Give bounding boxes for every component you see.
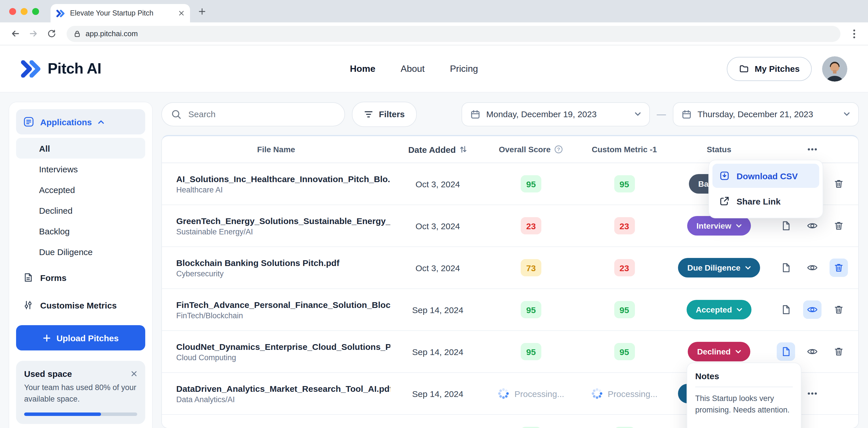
file-name: AI_Solutions_Inc_Healthcare_Innovation_P… bbox=[176, 174, 391, 183]
avatar[interactable] bbox=[822, 56, 847, 81]
calendar-icon bbox=[681, 109, 692, 119]
upload-pitches-button[interactable]: Upload Pitches bbox=[16, 325, 145, 350]
table-header: File Name Date Added Overall Score ? Cus… bbox=[162, 136, 858, 163]
menu-item-label: Download CSV bbox=[737, 171, 798, 181]
browser-tab[interactable]: Elevate Your Startup Pitch bbox=[51, 4, 190, 22]
column-date-added[interactable]: Date Added bbox=[391, 144, 485, 154]
new-tab-button[interactable] bbox=[198, 7, 206, 15]
date-added: Sep 14, 2024 bbox=[391, 389, 485, 398]
applications-filter-list: All Interviews Accepted Declined Backlog… bbox=[16, 138, 145, 262]
sidebar-item-interviews[interactable]: Interviews bbox=[16, 159, 145, 179]
row-more-icon[interactable] bbox=[806, 387, 818, 400]
used-space-progressbar bbox=[24, 412, 137, 416]
file-category: Cybersecurity bbox=[176, 269, 391, 278]
browser-toolbar: app.pitchai.com bbox=[0, 22, 868, 46]
status-badge[interactable]: Accepted bbox=[687, 300, 751, 319]
chevron-down-icon bbox=[745, 266, 751, 270]
folder-icon bbox=[739, 63, 749, 74]
sidebar-item-due-diligence[interactable]: Due Diligence bbox=[16, 241, 145, 262]
status-badge[interactable]: Due Diligence bbox=[678, 258, 760, 278]
trash-icon[interactable] bbox=[830, 342, 848, 361]
applications-label: Applications bbox=[40, 117, 92, 127]
minimize-window-button[interactable] bbox=[21, 8, 28, 15]
file-icon[interactable] bbox=[777, 342, 795, 361]
used-space-title: Used space bbox=[24, 369, 72, 379]
eye-icon[interactable] bbox=[803, 217, 822, 235]
trash-icon[interactable] bbox=[830, 217, 848, 235]
file-category: FinTech/Blockchain bbox=[176, 311, 391, 320]
custom-metric-badge: 95 bbox=[614, 427, 634, 428]
back-icon[interactable] bbox=[7, 26, 23, 41]
date-added: Oct 3, 2024 bbox=[391, 263, 485, 273]
file-name: CloudNet_Dynamics_Enterprise_Cloud_Solut… bbox=[176, 342, 391, 351]
date-to-picker[interactable]: Thursday, December 21, 2023 bbox=[673, 102, 859, 126]
menu-item-download-csv[interactable]: Download CSV bbox=[712, 164, 819, 188]
eye-icon[interactable] bbox=[803, 342, 822, 361]
date-from-value: Monday, December 19, 2023 bbox=[486, 109, 597, 119]
eye-icon[interactable] bbox=[803, 259, 822, 277]
applications-icon bbox=[23, 116, 34, 127]
close-window-button[interactable] bbox=[9, 8, 16, 15]
share-icon bbox=[719, 196, 730, 206]
search-box[interactable] bbox=[161, 102, 345, 126]
sidebar-item-all[interactable]: All bbox=[16, 138, 145, 159]
kebab-menu-icon[interactable] bbox=[847, 29, 861, 38]
date-added: Sep 14, 2024 bbox=[391, 347, 485, 356]
sidebar-item-customise-metrics[interactable]: Customise Metrics bbox=[16, 293, 145, 317]
used-space-card: Used space Your team has used 80% of you… bbox=[16, 361, 145, 424]
overall-score-badge: 95 bbox=[521, 175, 541, 193]
forms-label: Forms bbox=[40, 273, 67, 282]
url-text: app.pitchai.com bbox=[86, 29, 138, 38]
status-badge[interactable]: Interview bbox=[687, 216, 751, 235]
sidebar-item-applications[interactable]: Applications bbox=[16, 109, 145, 135]
forms-icon bbox=[23, 272, 33, 283]
zoom-window-button[interactable] bbox=[32, 8, 39, 15]
address-bar[interactable]: app.pitchai.com bbox=[67, 26, 840, 41]
chevron-up-icon bbox=[98, 119, 104, 124]
sort-icon[interactable] bbox=[459, 145, 467, 153]
forward-icon[interactable] bbox=[25, 26, 41, 41]
sidebar-item-declined[interactable]: Declined bbox=[16, 200, 145, 221]
trash-icon[interactable] bbox=[830, 426, 848, 428]
overall-score-badge: 73 bbox=[521, 259, 541, 276]
filters-button[interactable]: Filters bbox=[352, 102, 417, 127]
chevron-down-icon bbox=[737, 308, 742, 312]
tab-close-icon[interactable] bbox=[179, 10, 184, 16]
search-icon bbox=[171, 109, 181, 119]
sidebar-item-backlog[interactable]: Backlog bbox=[16, 221, 145, 241]
search-input[interactable] bbox=[187, 109, 335, 119]
close-icon[interactable] bbox=[131, 371, 137, 377]
status-badge[interactable]: Declined bbox=[688, 342, 750, 361]
file-icon[interactable] bbox=[777, 217, 795, 235]
pitch-ai-logo-icon bbox=[21, 60, 41, 77]
date-from-picker[interactable]: Monday, December 19, 2023 bbox=[462, 102, 650, 126]
trash-icon[interactable] bbox=[830, 301, 848, 319]
trash-icon[interactable] bbox=[830, 259, 848, 277]
file-icon[interactable] bbox=[777, 301, 795, 319]
filter-controls: Filters Monday, December 19, 2023 — bbox=[161, 102, 859, 126]
custom-metric-badge: 95 bbox=[614, 175, 634, 193]
eye-icon[interactable] bbox=[803, 301, 822, 319]
notes-popover: Notes This Startup looks very promising.… bbox=[687, 363, 801, 428]
table-row: Blockchain Banking Solutions Pitch.pdf C… bbox=[162, 247, 858, 289]
custom-metric-badge: 23 bbox=[614, 259, 634, 276]
more-horizontal-icon[interactable] bbox=[806, 143, 818, 156]
date-added: Oct 3, 2024 bbox=[391, 221, 485, 231]
eye-icon[interactable] bbox=[803, 426, 822, 428]
nav-home[interactable]: Home bbox=[350, 63, 375, 74]
calendar-icon bbox=[470, 109, 480, 119]
menu-item-share-link[interactable]: Share Link bbox=[712, 189, 819, 213]
help-icon[interactable]: ? bbox=[554, 145, 563, 154]
nav-pricing[interactable]: Pricing bbox=[450, 63, 478, 74]
trash-icon[interactable] bbox=[830, 175, 848, 193]
sidebar-item-forms[interactable]: Forms bbox=[16, 265, 145, 289]
file-icon[interactable] bbox=[777, 259, 795, 277]
file-name: FinTech_Advance_Personal_Finance_Solutio… bbox=[176, 299, 391, 309]
custom-metric-badge: 23 bbox=[614, 217, 634, 234]
sidebar-item-accepted[interactable]: Accepted bbox=[16, 179, 145, 200]
overall-score-badge: 95 bbox=[521, 343, 541, 360]
brand-logo[interactable]: Pitch AI bbox=[21, 60, 101, 78]
nav-about[interactable]: About bbox=[401, 63, 425, 74]
my-pitches-button[interactable]: My Pitches bbox=[726, 57, 812, 81]
reload-icon[interactable] bbox=[43, 26, 60, 41]
